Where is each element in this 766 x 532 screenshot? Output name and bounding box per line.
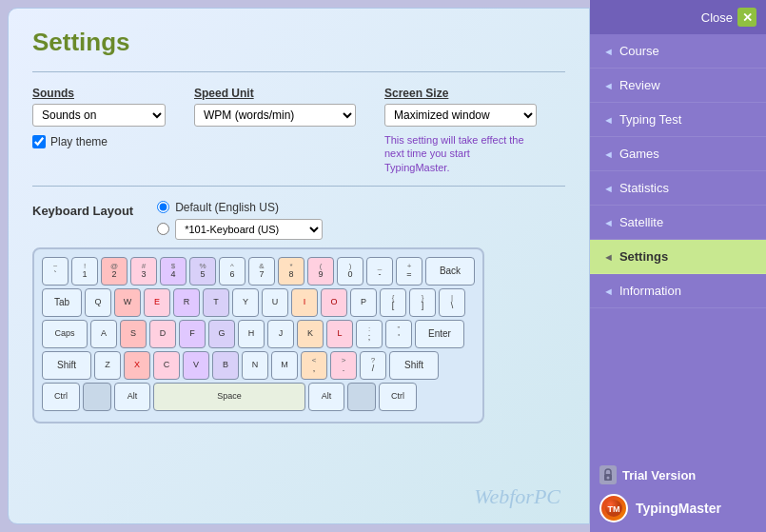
- key-n[interactable]: N: [242, 351, 268, 380]
- key-v[interactable]: V: [183, 351, 209, 380]
- key-p[interactable]: P: [350, 288, 377, 317]
- nav-settings-label: Settings: [619, 249, 668, 264]
- key-e[interactable]: E: [144, 288, 170, 317]
- key-semicolon[interactable]: :;: [356, 320, 383, 348]
- nav-course[interactable]: ◄ Course: [590, 34, 766, 69]
- key-k[interactable]: K: [297, 320, 324, 348]
- nav-course-label: Course: [619, 44, 659, 58]
- speed-unit-select[interactable]: WPM (words/min) CPM (chars/min) KPH (key…: [194, 104, 356, 127]
- keyboard-container: ~` !1 @2 #3 $4 %5 ^6 &7 *8 (9 )0 _- += B…: [32, 247, 484, 424]
- key-1[interactable]: !1: [71, 257, 98, 286]
- key-period[interactable]: >.: [330, 351, 357, 380]
- key-rbracket[interactable]: }]: [409, 288, 436, 317]
- sounds-label: Sounds: [32, 87, 166, 100]
- key-w[interactable]: W: [114, 288, 141, 317]
- key-8[interactable]: *8: [278, 257, 304, 286]
- key-f[interactable]: F: [179, 320, 206, 348]
- key-comma[interactable]: <,: [301, 351, 327, 380]
- key-r[interactable]: R: [173, 288, 200, 317]
- key-lbracket[interactable]: {[: [380, 288, 406, 317]
- bottom-section: Trial Version TM TypingMaster: [590, 456, 766, 532]
- close-button[interactable]: ✕: [737, 8, 756, 27]
- key-q[interactable]: Q: [85, 288, 111, 317]
- key-fn-right[interactable]: [347, 383, 376, 411]
- key-row-3: Caps A S D F G H J K L :; "' Enter: [42, 320, 475, 348]
- key-a[interactable]: A: [90, 320, 117, 348]
- key-minus[interactable]: _-: [366, 257, 393, 286]
- nav-settings[interactable]: ◄ Settings: [590, 240, 766, 274]
- key-equals[interactable]: +=: [396, 257, 422, 286]
- key-u[interactable]: U: [262, 288, 288, 317]
- key-9[interactable]: (9: [307, 257, 334, 286]
- nav-review[interactable]: ◄ Review: [590, 69, 766, 103]
- key-tab[interactable]: Tab: [42, 288, 82, 317]
- key-2[interactable]: @2: [101, 257, 128, 286]
- key-slash[interactable]: ?/: [360, 351, 386, 380]
- key-t[interactable]: T: [203, 288, 229, 317]
- key-row-1: ~` !1 @2 #3 $4 %5 ^6 &7 *8 (9 )0 _- += B…: [42, 257, 475, 286]
- play-theme-label: Play theme: [50, 135, 108, 148]
- key-m[interactable]: M: [271, 351, 298, 380]
- key-shift-left[interactable]: Shift: [42, 351, 91, 380]
- key-0[interactable]: )0: [337, 257, 363, 286]
- key-x[interactable]: X: [124, 351, 150, 380]
- key-backslash[interactable]: |\: [439, 288, 465, 317]
- key-z[interactable]: Z: [94, 351, 121, 380]
- layout-101-select[interactable]: *101-Keyboard (US): [175, 219, 323, 240]
- sounds-select[interactable]: Sounds on Sounds off: [32, 104, 166, 127]
- nav-typing-test-label: Typing Test: [619, 112, 682, 127]
- key-3[interactable]: #3: [130, 257, 157, 286]
- nav-statistics[interactable]: ◄ Statistics: [590, 171, 766, 206]
- screen-size-note: This setting will take effect the next t…: [384, 133, 537, 174]
- key-ctrl-left[interactable]: Ctrl: [42, 383, 80, 411]
- nav-games-label: Games: [619, 147, 659, 161]
- nav-information[interactable]: ◄ Information: [590, 274, 766, 308]
- play-theme-checkbox[interactable]: [32, 135, 46, 148]
- radio-group: Default (English US) *101-Keyboard (US): [157, 201, 323, 240]
- key-backspace[interactable]: Back: [425, 257, 475, 286]
- key-7[interactable]: &7: [248, 257, 275, 286]
- key-j[interactable]: J: [267, 320, 294, 348]
- key-c[interactable]: C: [153, 351, 180, 380]
- key-o[interactable]: O: [321, 288, 347, 317]
- nav-typing-test[interactable]: ◄ Typing Test: [590, 103, 766, 137]
- key-b[interactable]: B: [212, 351, 239, 380]
- key-enter[interactable]: Enter: [415, 320, 464, 348]
- key-backtick[interactable]: ~`: [42, 257, 69, 286]
- radio-default-label: Default (English US): [175, 201, 279, 214]
- screen-size-select[interactable]: Maximized window Normal window Fullscree…: [384, 104, 537, 127]
- nav-games[interactable]: ◄ Games: [590, 137, 766, 171]
- key-l[interactable]: L: [326, 320, 353, 348]
- key-d[interactable]: D: [149, 320, 176, 348]
- layout-options: Default (English US) *101-Keyboard (US): [147, 201, 323, 240]
- divider-1: [32, 71, 565, 72]
- nav-satellite[interactable]: ◄ Satellite: [590, 206, 766, 240]
- key-6[interactable]: ^6: [219, 257, 246, 286]
- trial-label: Trial Version: [622, 468, 696, 483]
- radio-101-input[interactable]: [157, 223, 169, 235]
- key-alt-right[interactable]: Alt: [308, 383, 344, 411]
- key-fn-left[interactable]: [83, 383, 111, 411]
- typing-master-label: TypingMaster: [636, 501, 721, 516]
- play-theme-row: Play theme: [32, 135, 166, 148]
- key-caps[interactable]: Caps: [42, 320, 88, 348]
- nav-review-label: Review: [619, 78, 660, 92]
- key-i[interactable]: I: [291, 288, 318, 317]
- radio-default-input[interactable]: [157, 201, 169, 213]
- radio-default: Default (English US): [157, 201, 323, 214]
- key-5[interactable]: %5: [189, 257, 216, 286]
- key-s[interactable]: S: [120, 320, 147, 348]
- key-ctrl-right[interactable]: Ctrl: [379, 383, 417, 411]
- key-g[interactable]: G: [208, 320, 235, 348]
- key-space[interactable]: Space: [153, 383, 305, 411]
- nav-typing-test-arrow: ◄: [603, 114, 614, 126]
- key-shift-right[interactable]: Shift: [389, 351, 439, 380]
- key-row-5: Ctrl Alt Space Alt Ctrl: [42, 383, 475, 411]
- sounds-group: Sounds Sounds on Sounds off Play theme: [32, 87, 166, 148]
- key-h[interactable]: H: [238, 320, 265, 348]
- key-alt-left[interactable]: Alt: [114, 383, 150, 411]
- key-quote[interactable]: "': [385, 320, 412, 348]
- close-bar: Close ✕: [590, 0, 766, 34]
- key-4[interactable]: $4: [160, 257, 187, 286]
- key-y[interactable]: Y: [232, 288, 259, 317]
